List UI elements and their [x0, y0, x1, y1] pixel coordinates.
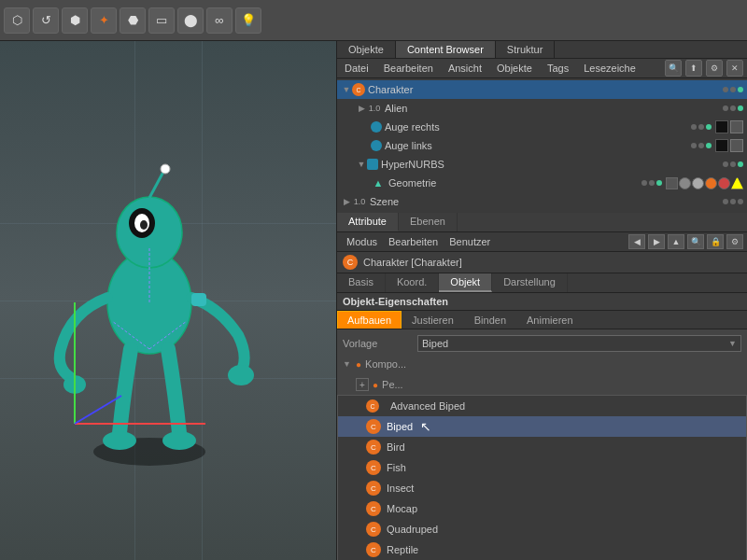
- tab-ebenen[interactable]: Ebenen: [399, 213, 458, 231]
- tool-plane[interactable]: ▭: [148, 7, 175, 34]
- toolbar-icons: ⬡ ↺ ⬢ ✦ ⬣ ▭ ⬤ ∞ 💡: [4, 7, 261, 34]
- char-header: C Charakter [Charakter]: [337, 252, 747, 273]
- attr-toolbar-right: ◀ ▶ ▲ 🔍 🔒 ⚙: [628, 234, 743, 249]
- tree-arrow-charakter: ▼: [341, 85, 352, 94]
- search-btn[interactable]: 🔍: [665, 60, 682, 77]
- tab-attribute[interactable]: Attribute: [337, 213, 399, 231]
- lock-btn[interactable]: 🔒: [707, 234, 724, 249]
- dot2: [730, 199, 736, 204]
- dropdown-item-mocap[interactable]: C Mocap: [338, 498, 746, 519]
- toolbar-bearbeiten[interactable]: Bearbeiten: [383, 235, 444, 248]
- prop-tabs: Basis Koord. Objekt Darstellung: [337, 273, 747, 293]
- tree-row-charakter[interactable]: ▼ C Charakter: [337, 80, 747, 99]
- nav-back-btn[interactable]: ◀: [628, 234, 645, 249]
- viewport-background: [0, 41, 336, 560]
- tab-objekt[interactable]: Objekt: [439, 273, 492, 292]
- tab-justieren[interactable]: Justieren: [402, 311, 464, 329]
- dropdown-item-fish[interactable]: C Fish: [338, 457, 746, 478]
- dot3: [738, 199, 743, 204]
- toolbar-modus[interactable]: Modus: [341, 235, 383, 248]
- dropdown-item-quadruped[interactable]: C Quadruped: [338, 519, 746, 539]
- quadruped-icon: C: [366, 522, 381, 537]
- tree-row-szene[interactable]: ▶ 1.0 Szene: [337, 192, 747, 211]
- tab-basis[interactable]: Basis: [337, 273, 386, 292]
- dropdown-item-biped[interactable]: C Biped ↖: [338, 416, 746, 437]
- kompo-icon: ●: [356, 359, 361, 370]
- settings-btn[interactable]: ⚙: [706, 60, 723, 77]
- dot3: [738, 105, 743, 111]
- tab-content-browser[interactable]: Content Browser: [396, 41, 496, 58]
- tool-loop[interactable]: ∞: [206, 7, 233, 34]
- advanced-biped-icon: C: [366, 399, 379, 413]
- tool-mesh[interactable]: ⬣: [120, 7, 146, 34]
- tab-bar: Objekte Content Browser Struktur: [337, 41, 747, 59]
- dropdown-item-insect[interactable]: C Insect: [338, 478, 746, 498]
- tree-dots-hypernurbs: [723, 161, 747, 167]
- vorlage-dropdown[interactable]: Biped ▼: [417, 335, 741, 352]
- tab-koord[interactable]: Koord.: [386, 273, 439, 292]
- tool-move[interactable]: ⬡: [4, 7, 30, 34]
- tool-rotate[interactable]: ↺: [33, 7, 59, 34]
- search-attr-btn[interactable]: 🔍: [687, 234, 704, 249]
- viewport[interactable]: [0, 41, 336, 560]
- dropdown-list: C Advanced Biped C Biped ↖ C Bird: [337, 395, 747, 560]
- kompo-arrow[interactable]: ▼: [343, 359, 352, 369]
- mocap-label: Mocap: [387, 503, 417, 514]
- tree-icon-hypernurbs: [367, 159, 378, 170]
- menu-ansicht[interactable]: Ansicht: [444, 62, 486, 75]
- dot1: [641, 180, 647, 186]
- cursor-indicator: ↖: [420, 419, 431, 434]
- dropdown-item-bird[interactable]: C Bird: [338, 437, 746, 457]
- dot2: [698, 143, 704, 148]
- bird-icon: C: [366, 440, 381, 455]
- tree-row-auge-rechts[interactable]: Auge rechts: [337, 118, 747, 136]
- pe-add-btn[interactable]: +: [356, 378, 369, 391]
- mat-geom5: [718, 177, 730, 189]
- dropdown-item-reptile[interactable]: C Reptile: [338, 539, 746, 560]
- insect-icon: C: [366, 481, 381, 496]
- svg-point-8: [161, 164, 170, 174]
- menu-objekte[interactable]: Objekte: [493, 62, 536, 75]
- tree-row-geometrie[interactable]: ▲ Geometrie: [337, 174, 747, 192]
- toolbar-benutzer[interactable]: Benutzer: [444, 235, 496, 248]
- tool-char[interactable]: ✦: [91, 7, 117, 34]
- tab-objekte[interactable]: Objekte: [337, 41, 396, 58]
- menu-datei[interactable]: Datei: [341, 62, 373, 75]
- tab-darstellung[interactable]: Darstellung: [492, 273, 568, 292]
- menu-lesezeiche[interactable]: Lesezeiche: [580, 62, 640, 75]
- svg-point-12: [103, 431, 136, 450]
- insect-label: Insect: [387, 483, 414, 494]
- dropdown-section-label: Advanced Biped: [390, 400, 465, 412]
- nav-up-btn[interactable]: ▲: [668, 234, 684, 249]
- tab-aufbauen[interactable]: Aufbauen: [337, 311, 402, 329]
- tool-sphere[interactable]: ⬤: [177, 7, 204, 34]
- tree-label-geometrie: Geometrie: [388, 177, 641, 189]
- close-btn[interactable]: ✕: [726, 60, 743, 77]
- dot3: [706, 124, 712, 130]
- tool-scale[interactable]: ⬢: [62, 7, 88, 34]
- nav-fwd-btn[interactable]: ▶: [648, 234, 665, 249]
- bird-label: Bird: [387, 441, 405, 453]
- object-tree: ▼ C Charakter ▶ 1.0 Alien: [337, 78, 747, 213]
- tab-animieren[interactable]: Animieren: [516, 311, 584, 329]
- dot3: [706, 143, 712, 148]
- pe-row: + ● Pe...: [337, 374, 747, 395]
- menu-bearbeiten[interactable]: Bearbeiten: [380, 62, 437, 75]
- dot3: [656, 180, 662, 186]
- tree-label-auge-links: Auge links: [385, 140, 691, 151]
- tab-struktur[interactable]: Struktur: [496, 41, 556, 58]
- dot1: [691, 143, 697, 148]
- fish-label: Fish: [387, 462, 406, 473]
- tool-light[interactable]: 💡: [235, 7, 261, 34]
- tree-row-auge-links[interactable]: Auge links: [337, 136, 747, 155]
- nav-btn[interactable]: ⬆: [685, 60, 702, 77]
- menu-tags[interactable]: Tags: [543, 62, 572, 75]
- gear-btn[interactable]: ⚙: [726, 234, 743, 249]
- tab-binden[interactable]: Binden: [464, 311, 516, 329]
- tree-row-alien[interactable]: ▶ 1.0 Alien: [337, 99, 747, 118]
- reptile-label: Reptile: [387, 544, 418, 555]
- tree-row-hypernurbs[interactable]: ▼ HyperNURBS: [337, 155, 747, 174]
- tree-dots-alien: [723, 105, 747, 111]
- vorlage-current: Biped: [422, 338, 448, 349]
- object-menubar: Datei Bearbeiten Ansicht Objekte Tags Le…: [337, 59, 747, 78]
